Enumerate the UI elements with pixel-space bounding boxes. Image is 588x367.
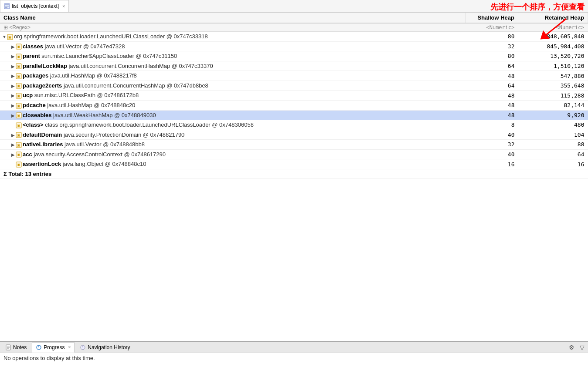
notes-tab[interactable]: Notes	[2, 342, 30, 353]
class-name-header[interactable]: Class Name	[0, 13, 466, 23]
progress-tab-close[interactable]: ×	[68, 345, 71, 350]
class-name-cell[interactable]: ▶ ▣ acc java.security.AccessControlConte…	[0, 149, 466, 159]
expand-btn[interactable]: ▶	[10, 84, 16, 88]
shallow-heap-header[interactable]: Shallow Heap	[466, 13, 518, 23]
table-row[interactable]: ▶ ▣ closeables java.util.WeakHashMap @ 0…	[0, 110, 588, 120]
table-row[interactable]: ▣ assertionLock java.lang.Object @ 0x748…	[0, 159, 588, 169]
class-name-text: java.util.concurrent.ConcurrentHashMap @…	[64, 82, 208, 89]
table-row[interactable]: ▶ ▣ packages java.util.HashMap @ 0x74882…	[0, 71, 588, 81]
class-name-cell[interactable]: ▼ ▣ org.springframework.boot.loader.Laun…	[0, 32, 466, 42]
nav-history-icon	[80, 344, 86, 350]
expand-btn[interactable]: ▶	[10, 93, 16, 98]
class-name-cell[interactable]: ▶ ▣ classes java.util.Vector @ 0x747e473…	[0, 41, 466, 51]
class-name-filter[interactable]: ⊞ <Regex>	[0, 23, 466, 32]
svg-text:▣: ▣	[17, 55, 20, 59]
expand-btn[interactable]: ▶	[10, 54, 16, 59]
retained-heap-header[interactable]: Retained Heap	[518, 13, 588, 23]
object-icon: ▣	[16, 102, 23, 108]
class-name-cell[interactable]: ▶ ▣ nativeLibraries java.util.Vector @ 0…	[0, 140, 466, 150]
expand-btn[interactable]: ▶	[10, 74, 16, 78]
shallow-heap-value: 32	[466, 140, 518, 150]
expand-btn[interactable]: ▶	[10, 133, 16, 138]
table-row[interactable]: ▣ <class> class org.springframework.boot…	[0, 120, 588, 130]
progress-tab[interactable]: Progress ×	[32, 342, 75, 353]
retained-heap-value: 64	[518, 149, 588, 159]
class-name-text: java.util.Vector @ 0x748848bb8	[65, 141, 145, 148]
expand-btn[interactable]: ▶	[10, 142, 16, 147]
class-name-filter-label: <Regex>	[9, 24, 31, 30]
class-name-cell[interactable]: ▶ ▣ closeables java.util.WeakHashMap @ 0…	[0, 110, 466, 120]
shallow-heap-value: 48	[466, 71, 518, 81]
shallow-heap-value: 40	[466, 130, 518, 140]
shallow-heap-value: 64	[466, 61, 518, 71]
filter-row: ⊞ <Regex> <Numeric> <Numeric>	[0, 23, 588, 32]
table-row[interactable]: ▶ ▣ defaultDomain java.security.Protecti…	[0, 130, 588, 140]
object-icon: ▣	[16, 92, 23, 98]
class-name-cell[interactable]: ▶ ▣ package2certs java.util.concurrent.C…	[0, 81, 466, 91]
shallow-heap-filter[interactable]: <Numeric>	[466, 23, 518, 32]
expand-btn[interactable]: ▶	[10, 152, 16, 157]
table-row[interactable]: ▶ ▣ nativeLibraries java.util.Vector @ 0…	[0, 140, 588, 150]
table-row[interactable]: ▶ ▣ package2certs java.util.concurrent.C…	[0, 81, 588, 91]
class-name-text: org.springframework.boot.loader.Launched…	[14, 33, 208, 40]
expand-btn[interactable]: ▼	[2, 34, 7, 39]
field-name: acc	[23, 151, 34, 158]
table-row[interactable]: ▶ ▣ parallelLockMap java.util.concurrent…	[0, 61, 588, 71]
class-name-text: sun.misc.Launcher$AppClassLoader @ 0x747…	[41, 53, 177, 59]
minimize-btn[interactable]: ⚙	[567, 343, 576, 352]
retained-heap-value: 115,288	[518, 91, 588, 101]
class-name-text: java.util.HashMap @ 0x748848c20	[47, 102, 135, 108]
retained-heap-value: 13,520,720	[518, 51, 588, 61]
expand-btn[interactable]: ▶	[10, 44, 16, 49]
object-icon: ▣	[16, 131, 23, 138]
svg-text:▣: ▣	[17, 74, 20, 78]
list-objects-tab[interactable]: list_objects [context] ×	[0, 0, 69, 12]
shallow-heap-value: 32	[466, 41, 518, 51]
shallow-heap-value: 16	[466, 159, 518, 169]
class-name-cell[interactable]: ▶ ▣ parallelLockMap java.util.concurrent…	[0, 61, 466, 71]
object-icon: ▣	[16, 141, 23, 148]
class-name-text: java.lang.Object @ 0x748848c10	[63, 161, 146, 167]
class-name-text: java.util.WeakHashMap @ 0x748849030	[53, 112, 156, 118]
field-name: parent	[23, 53, 41, 59]
expand-btn[interactable]: ▶	[10, 113, 16, 118]
maximize-btn[interactable]: ▽	[578, 343, 586, 352]
svg-text:▣: ▣	[17, 64, 20, 68]
expand-btn[interactable]: ▶	[10, 64, 16, 69]
class-name-text: class org.springframework.boot.loader.La…	[45, 121, 254, 128]
bottom-content: No operations to display at this time.	[0, 353, 588, 367]
class-name-cell[interactable]: ▶ ▣ ucp sun.misc.URLClassPath @ 0x748617…	[0, 91, 466, 101]
total-row: Σ Total: 13 entries	[0, 169, 588, 178]
table-row[interactable]: ▼ ▣ org.springframework.boot.loader.Laun…	[0, 32, 588, 42]
object-icon: ▣	[16, 72, 23, 79]
nav-history-tab[interactable]: Navigation History	[76, 342, 133, 353]
field-name: pdcache	[23, 102, 47, 108]
svg-text:▣: ▣	[17, 124, 20, 128]
table-row[interactable]: ▶ ▣ pdcache java.util.HashMap @ 0x748848…	[0, 100, 588, 110]
svg-text:▣: ▣	[17, 153, 20, 157]
object-icon: ▣	[16, 82, 23, 89]
table-row[interactable]: ▶ ▣ acc java.security.AccessControlConte…	[0, 149, 588, 159]
object-icon: ▣	[16, 43, 23, 50]
retained-heap-value: 547,880	[518, 71, 588, 81]
class-name-cell[interactable]: ▶ ▣ pdcache java.util.HashMap @ 0x748848…	[0, 100, 466, 110]
tab-close-btn[interactable]: ×	[62, 4, 65, 9]
class-name-cell[interactable]: ▣ <class> class org.springframework.boot…	[0, 120, 466, 130]
field-name: defaultDomain	[23, 131, 64, 138]
retained-heap-filter[interactable]: <Numeric>	[518, 23, 588, 32]
expand-btn[interactable]: ▶	[10, 103, 16, 108]
nav-history-tab-label: Navigation History	[88, 344, 130, 350]
class-name-cell[interactable]: ▶ ▣ defaultDomain java.security.Protecti…	[0, 130, 466, 140]
table-row[interactable]: ▶ ▣ parent sun.misc.Launcher$AppClassLoa…	[0, 51, 588, 61]
table-row[interactable]: ▶ ▣ ucp sun.misc.URLClassPath @ 0x748617…	[0, 91, 588, 101]
class-name-cell[interactable]: ▶ ▣ packages java.util.HashMap @ 0x74882…	[0, 71, 466, 81]
field-name: ucp	[23, 92, 34, 98]
table-container[interactable]: Class Name Shallow Heap Retained Heap ⊞ …	[0, 13, 588, 341]
table-row[interactable]: ▶ ▣ classes java.util.Vector @ 0x747e473…	[0, 41, 588, 51]
retained-heap-value: 88	[518, 140, 588, 150]
list-objects-tab-icon	[4, 3, 10, 9]
main-area: Class Name Shallow Heap Retained Heap ⊞ …	[0, 13, 588, 341]
retained-heap-value: 845,984,408	[518, 41, 588, 51]
class-name-cell[interactable]: ▣ assertionLock java.lang.Object @ 0x748…	[0, 159, 466, 169]
class-name-cell[interactable]: ▶ ▣ parent sun.misc.Launcher$AppClassLoa…	[0, 51, 466, 61]
